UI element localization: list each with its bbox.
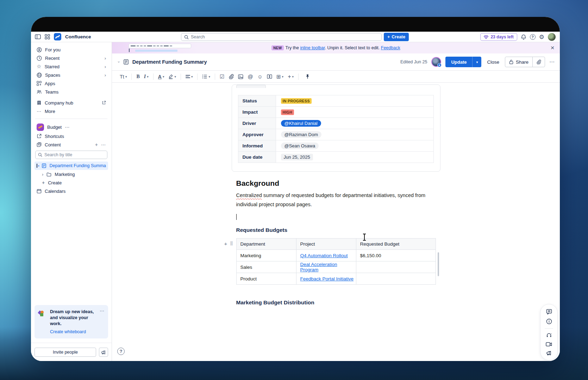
sidebar-item-apps[interactable]: Apps — [35, 79, 108, 88]
copy-link-button[interactable] — [533, 57, 545, 67]
inline-toolbar-banner: NEW Try the inline toolbar. Unpin it. Se… — [112, 42, 560, 53]
bold-button[interactable]: B — [135, 72, 141, 81]
space-more-icon[interactable]: ⋯ — [65, 125, 70, 130]
feedback-link[interactable]: Feedback — [381, 45, 400, 50]
insert-more-button[interactable]: +▾ — [286, 72, 295, 81]
notifications-bell-icon[interactable] — [521, 34, 526, 40]
text-style-button[interactable]: Tt▾ — [118, 72, 129, 81]
editor-canvas[interactable]: Status IN PROGRESS Impact HIGH Driver @K… — [112, 83, 560, 361]
clock-icon — [37, 56, 42, 61]
background-heading: Background — [236, 179, 436, 188]
pin-toolbar-icon[interactable] — [304, 72, 312, 81]
tree-create-button[interactable]: + Create — [35, 178, 108, 187]
editor-help-icon[interactable]: ? — [117, 348, 125, 355]
collapse-sidebar-icon[interactable] — [35, 34, 41, 39]
global-search[interactable] — [181, 33, 382, 41]
sidebar-item-company-hub[interactable]: Company hub — [35, 99, 108, 107]
table-drag-handle-icon[interactable]: ⣿ — [230, 241, 233, 246]
editor-avatar[interactable]: K — [431, 57, 441, 67]
background-paragraph[interactable]: Centralized summary of requested budgets… — [236, 191, 436, 209]
page-doc-icon — [123, 59, 129, 65]
impact-badge[interactable]: HIGH — [281, 109, 294, 115]
calendar-icon — [37, 189, 42, 194]
space-header-budget[interactable]: Budget ⋯ — [35, 122, 108, 132]
insert-table-button[interactable]: ⊞▾ — [275, 72, 285, 81]
settings-gear-icon[interactable]: ⚙ — [539, 34, 544, 40]
sidebar-item-teams[interactable]: Teams — [35, 88, 108, 96]
table-add-icon[interactable]: + — [224, 241, 227, 247]
project-link[interactable]: Feedback Portal Initiative — [300, 276, 354, 281]
layout-columns-icon[interactable] — [265, 72, 274, 81]
app-header: Confluence + Create 23 days left ? ⚙ — [31, 32, 560, 42]
sidebar-item-calendars[interactable]: Calendars — [35, 187, 108, 195]
global-search-input[interactable] — [191, 34, 379, 39]
status-badge[interactable]: IN PROGRESS — [281, 98, 312, 104]
italic-button[interactable]: I▾ — [142, 72, 150, 81]
inline-toolbar-link[interactable]: inline toolbar — [300, 45, 325, 50]
banner-close-icon[interactable]: ✕ — [550, 45, 555, 51]
share-button[interactable]: Share — [505, 57, 532, 67]
link-icon[interactable] — [227, 72, 236, 81]
text-color-button[interactable]: A▾ — [156, 72, 166, 81]
table-scrollbar[interactable] — [438, 252, 439, 276]
comments-icon[interactable] — [546, 309, 552, 315]
lists-button[interactable]: ▾ — [200, 72, 212, 81]
page-more-icon[interactable]: ⋯ — [549, 59, 555, 65]
details-info-icon[interactable] — [546, 318, 552, 324]
chevron-right-icon[interactable]: › — [42, 172, 43, 177]
sidebar-item-starred[interactable]: ☆ Starred › — [35, 62, 108, 71]
content-search-input[interactable] — [44, 152, 105, 157]
sidebar-item-for-you[interactable]: For you — [35, 45, 108, 54]
sidebar-item-more[interactable]: ⋯ More — [35, 107, 108, 115]
tree-item-marketing[interactable]: › Marketing — [35, 170, 108, 178]
invite-people-button[interactable]: Invite people — [35, 348, 96, 357]
app-switcher-icon[interactable] — [45, 34, 50, 39]
feedback-megaphone-button[interactable] — [99, 348, 108, 357]
table-row: Impact HIGH — [238, 107, 433, 118]
editor-toolbar: Tt▾ B I▾ A▾ ▾ ▾ ▾ ☑ @ — [112, 70, 560, 83]
sidebar-item-shortcuts[interactable]: Shortcuts — [35, 132, 108, 140]
sidebar-item-recent[interactable]: Recent › — [35, 54, 108, 62]
due-date-lozenge[interactable]: Jun 25, 2025 — [281, 154, 313, 160]
create-whiteboard-link[interactable]: Create whiteboard — [50, 329, 104, 334]
user-avatar[interactable] — [548, 33, 556, 41]
alignment-button[interactable]: ▾ — [184, 72, 195, 81]
video-camera-icon[interactable] — [546, 342, 552, 347]
chevron-right-icon: › — [105, 64, 106, 69]
promo-more-icon[interactable]: ⋯ — [100, 308, 105, 314]
mention-icon[interactable]: @ — [246, 72, 255, 81]
update-options-chevron[interactable]: ▾ — [472, 57, 481, 67]
add-content-icon[interactable]: + — [95, 142, 98, 147]
edited-timestamp[interactable]: Edited Jun 25 — [400, 59, 427, 64]
highlight-button[interactable]: ▾ — [167, 72, 178, 81]
mention-driver[interactable]: @Khairul Danial — [281, 120, 321, 127]
project-link[interactable]: Q4 Automation Rollout — [300, 253, 348, 258]
confluence-logo-icon[interactable] — [54, 33, 61, 40]
window-titlebar — [31, 17, 560, 32]
content-search[interactable] — [35, 151, 107, 159]
paperclip-icon — [536, 59, 541, 64]
tree-item-department-funding-summary[interactable]: • Department Funding Summary — [35, 162, 108, 170]
create-button[interactable]: + Create — [384, 33, 409, 41]
shortcut-icon — [37, 134, 42, 139]
table-header-row: Department Project Requested Budget — [236, 239, 436, 250]
sidebar-item-content[interactable]: Content + ⋯ — [35, 140, 108, 149]
task-checkbox-icon[interactable]: ☑ — [218, 72, 226, 81]
emoji-icon[interactable]: ☺ — [256, 72, 264, 81]
bullet-list-icon — [202, 74, 207, 79]
mention-informed[interactable]: @Sean Osawa — [281, 142, 319, 149]
feedback-megaphone-icon[interactable] — [546, 350, 552, 356]
ai-assistant-headphones-icon[interactable] — [546, 332, 552, 338]
table-row: Sales Deal Acceleration Program — [236, 261, 436, 273]
mention-approver[interactable]: @Raziman Dom — [281, 131, 322, 138]
close-button[interactable]: Close — [487, 59, 499, 65]
insert-image-icon[interactable] — [236, 72, 245, 81]
space-avatar-icon — [37, 124, 44, 131]
chevron-down-icon[interactable]: › — [117, 61, 121, 63]
help-icon[interactable]: ? — [530, 34, 536, 40]
trial-days-button[interactable]: 23 days left — [480, 33, 517, 41]
content-more-icon[interactable]: ⋯ — [101, 142, 106, 147]
update-button[interactable]: Update ▾ — [445, 57, 481, 67]
sidebar-item-spaces[interactable]: Spaces › — [35, 71, 108, 79]
project-link[interactable]: Deal Acceleration Program — [300, 262, 337, 272]
